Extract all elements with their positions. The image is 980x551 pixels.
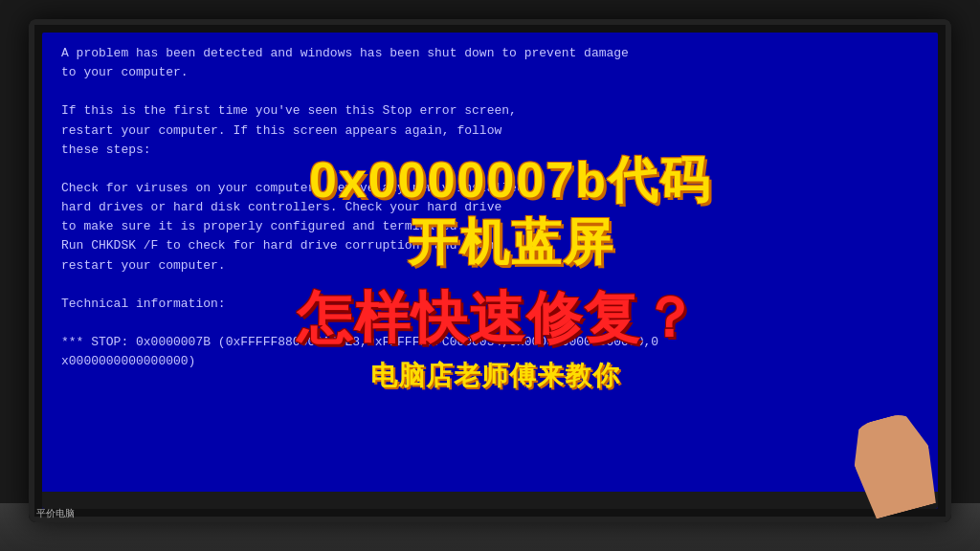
- overlay-error-code: 0x0000007b代码: [309, 147, 711, 214]
- monitor-bottom-bar: [42, 492, 938, 509]
- monitor-frame: A problem has been detected and windows …: [29, 19, 951, 522]
- overlay-blue-screen-label: 开机蓝屏: [408, 209, 614, 276]
- overlay-teacher-text: 电脑店老师傅来教你: [370, 358, 620, 394]
- monitor-bezel: A problem has been detected and windows …: [29, 19, 951, 522]
- overlay-repair-question: 怎样快速修复？: [297, 281, 699, 356]
- watermark-label: 平价电脑: [36, 507, 75, 520]
- bsod-screen: A problem has been detected and windows …: [42, 33, 938, 509]
